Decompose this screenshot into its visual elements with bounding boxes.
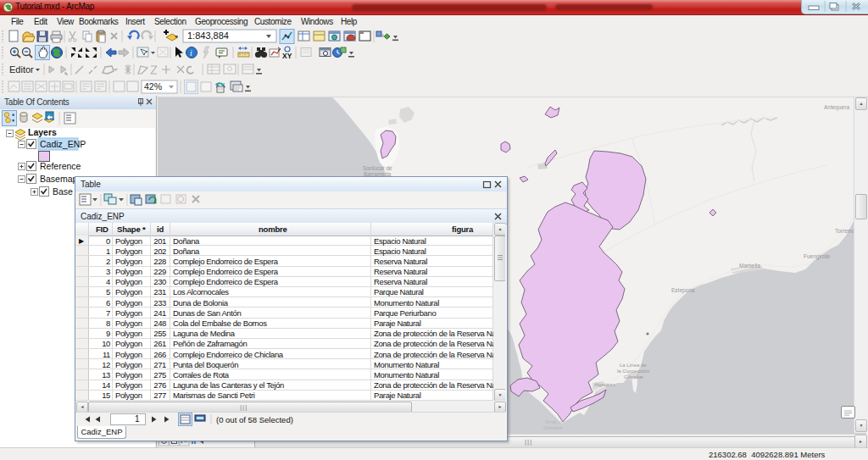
svg-text:1:843,884: 1:843,884 [187, 30, 229, 41]
svg-text:Gibraltar: Gibraltar [624, 374, 643, 380]
svg-text:Editor: Editor [9, 64, 34, 75]
svg-text:Fuengirola: Fuengirola [804, 253, 830, 260]
svg-text:Sanlúcar de: Sanlúcar de [363, 165, 392, 171]
svg-text:la Concepción: la Concepción [617, 369, 649, 374]
svg-text:i: i [190, 48, 192, 58]
svg-text:42%: 42% [144, 81, 162, 91]
svg-text:Cadiz_ENP: Cadiz_ENP [40, 139, 86, 149]
svg-text:Gibraltar: Gibraltar [543, 425, 563, 430]
svg-text:XY: XY [282, 52, 292, 60]
svg-text:1: 1 [135, 414, 140, 424]
svg-text:La Línea de: La Línea de [620, 363, 647, 368]
svg-text:Estepona: Estepona [671, 287, 695, 294]
svg-text:Strait of: Strait of [545, 419, 563, 424]
svg-text:Antequera: Antequera [824, 104, 849, 111]
svg-text:Reference: Reference [40, 161, 81, 171]
svg-text:Marbella: Marbella [739, 263, 760, 269]
svg-text:Basemap: Basemap [40, 174, 78, 184]
svg-text:Algeciras: Algeciras [594, 382, 615, 387]
svg-text:Layers: Layers [28, 128, 57, 137]
